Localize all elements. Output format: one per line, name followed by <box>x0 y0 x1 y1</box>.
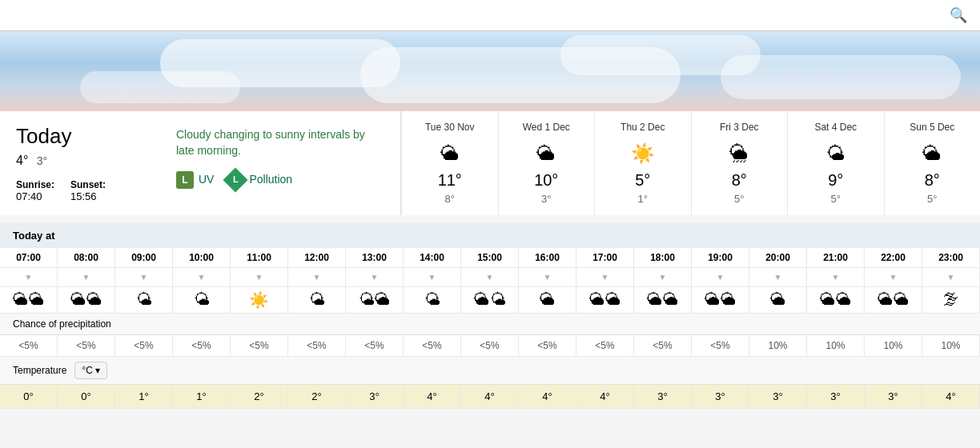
search-bar: Lewisham (Greater London) 🔍 <box>0 0 980 31</box>
hourly-temp: 3° <box>634 385 692 409</box>
hourly-icon: 🌫 <box>922 287 980 314</box>
hourly-icon: 🌤 <box>173 287 231 314</box>
hourly-temp: 0° <box>0 385 58 409</box>
temp-unit-selector[interactable]: °C ▾ <box>74 362 107 379</box>
forecast-low: 8° <box>445 193 455 205</box>
pollution-label: Pollution <box>249 172 292 188</box>
hourly-icon: 🌥🌥 <box>692 287 749 314</box>
hourly-header: Today at <box>0 223 980 248</box>
hourly-temp: 3° <box>807 385 865 409</box>
hourly-precip: <5% <box>231 335 288 357</box>
hourly-icon: 🌤 <box>404 287 461 314</box>
hourly-time: 12:00 <box>288 248 346 268</box>
temp-header: Temperature °C ▾ <box>0 357 980 385</box>
hourly-chevron: ▼ <box>115 268 173 287</box>
hourly-precip: <5% <box>115 335 173 357</box>
forecast-icon: 🌤 <box>826 142 845 165</box>
hourly-time: 19:00 <box>692 248 749 268</box>
today-title: Today <box>16 124 144 149</box>
sunset-value: 15:56 <box>70 190 106 202</box>
hourly-chevron: ▼ <box>231 268 288 287</box>
hourly-chevron: ▼ <box>692 268 749 287</box>
today-high: 4° <box>16 154 28 167</box>
forecast-date: Wed 1 Dec <box>523 122 570 133</box>
pollution-icon: L <box>223 168 248 193</box>
hourly-icon: 🌥🌥 <box>576 287 634 314</box>
uv-label: UV <box>199 172 214 188</box>
hourly-temp: 4° <box>576 385 634 409</box>
hourly-time: 15:00 <box>461 248 519 268</box>
today-temps: 4° 3° <box>16 154 144 168</box>
forecast-date: Fri 3 Dec <box>720 122 759 133</box>
hourly-temp: 4° <box>519 385 576 409</box>
hourly-icon: 🌥 <box>519 287 576 314</box>
hourly-chevron: ▼ <box>404 268 461 287</box>
forecast-high: 8° <box>732 171 747 190</box>
search-input[interactable]: Lewisham (Greater London) <box>13 8 942 22</box>
hourly-time: 07:00 <box>0 248 58 268</box>
forecast-low: 5° <box>927 193 937 205</box>
hourly-icon: 🌤🌥 <box>346 287 404 314</box>
forecast-icon: 🌥 <box>440 142 460 165</box>
hourly-precip: 10% <box>749 335 807 357</box>
hourly-icon: 🌤 <box>115 287 173 314</box>
hourly-precip: <5% <box>58 335 115 357</box>
hourly-chevron: ▼ <box>634 268 692 287</box>
forecast-low: 1° <box>638 193 648 205</box>
forecast-high: 5° <box>635 171 650 190</box>
sunset-item: Sunset: 15:56 <box>70 179 106 202</box>
temp-label: Temperature <box>13 365 66 376</box>
hourly-chevron: ▼ <box>0 268 58 287</box>
forecast-day: Thu 2 Dec ☀️ 5° 1° <box>594 111 691 215</box>
today-low: 3° <box>37 154 47 167</box>
hourly-section: Today at 07:0008:0009:0010:0011:0012:001… <box>0 223 980 409</box>
hourly-precip: <5% <box>346 335 404 357</box>
today-panel: Today 4° 3° Sunrise: 07:40 Sunset: 15:56 <box>0 111 160 215</box>
hourly-temp: 2° <box>231 385 288 409</box>
uv-icon: L <box>176 171 194 189</box>
hourly-time: 17:00 <box>576 248 634 268</box>
search-button[interactable]: 🔍 <box>950 6 967 24</box>
forecast-day: Wed 1 Dec 🌥 10° 3° <box>498 111 595 215</box>
hourly-precip: <5% <box>0 335 58 357</box>
hourly-time: 08:00 <box>58 248 115 268</box>
hourly-time: 20:00 <box>749 248 807 268</box>
hourly-precip: <5% <box>404 335 461 357</box>
hourly-precip: <5% <box>519 335 576 357</box>
hourly-precip: <5% <box>576 335 634 357</box>
hourly-icon: 🌥 <box>749 287 807 314</box>
hourly-grid: 07:0008:0009:0010:0011:0012:0013:0014:00… <box>0 248 980 409</box>
forecast-high: 8° <box>925 171 940 190</box>
hourly-icon: 🌥🌤 <box>461 287 519 314</box>
forecast-high: 9° <box>828 171 843 190</box>
hourly-time: 18:00 <box>634 248 692 268</box>
hourly-precip: 10% <box>865 335 922 357</box>
hourly-chevron: ▼ <box>865 268 922 287</box>
hourly-precip: 10% <box>922 335 980 357</box>
hourly-precip: <5% <box>634 335 692 357</box>
hourly-chevron: ▼ <box>922 268 980 287</box>
sun-info: Sunrise: 07:40 Sunset: 15:56 <box>16 179 144 202</box>
hourly-time: 13:00 <box>346 248 404 268</box>
forecast-days: Tue 30 Nov 🌥 11° 8° Wed 1 Dec 🌥 10° 3° T… <box>400 111 980 215</box>
hourly-precip: <5% <box>288 335 346 357</box>
today-desc-text: Cloudy changing to sunny intervals by la… <box>176 127 384 158</box>
hourly-icon: 🌥🌥 <box>634 287 692 314</box>
hourly-precip: 10% <box>807 335 865 357</box>
hourly-icon: 🌥🌥 <box>865 287 922 314</box>
forecast-date: Sat 4 Dec <box>814 122 857 133</box>
forecast-icon: 🌦 <box>729 142 749 165</box>
hourly-chevron: ▼ <box>576 268 634 287</box>
hourly-temp: 3° <box>346 385 404 409</box>
hourly-time: 21:00 <box>807 248 865 268</box>
sunrise-label: Sunrise: <box>16 179 54 190</box>
forecast-high: 10° <box>534 171 558 190</box>
hourly-temp: 4° <box>461 385 519 409</box>
hourly-icon: 🌥🌥 <box>58 287 115 314</box>
today-description: Cloudy changing to sunny intervals by la… <box>160 111 400 215</box>
sunrise-item: Sunrise: 07:40 <box>16 179 54 202</box>
hourly-chevron: ▼ <box>461 268 519 287</box>
hourly-precip: <5% <box>461 335 519 357</box>
pollution-badge: L Pollution <box>227 171 292 189</box>
hourly-icon: 🌤 <box>288 287 346 314</box>
